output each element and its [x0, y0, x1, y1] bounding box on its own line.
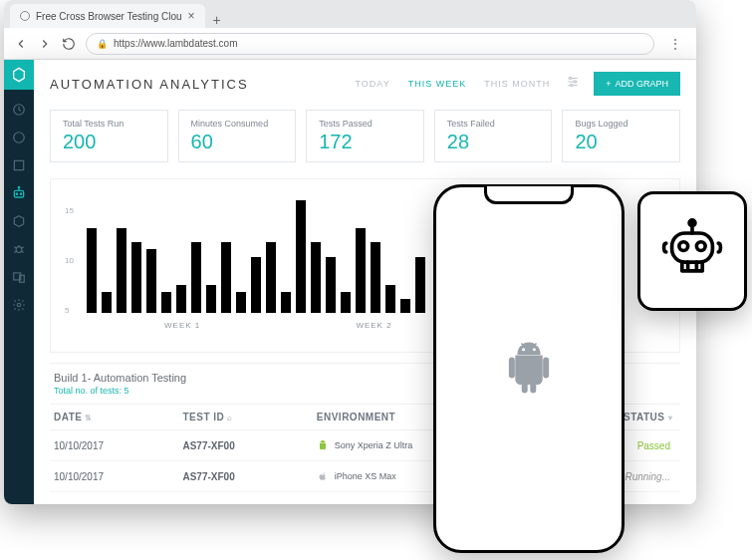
android-icon — [502, 337, 556, 401]
chart-bar — [356, 228, 366, 313]
sidebar-bug-icon[interactable] — [11, 241, 27, 257]
tab-this-week[interactable]: THIS WEEK — [408, 79, 467, 89]
chart-bar — [161, 292, 171, 313]
chart-bar — [251, 257, 261, 313]
search-icon: ⌕ — [227, 414, 233, 422]
apple-icon — [317, 470, 329, 482]
sort-icon: ⇅ — [85, 414, 93, 422]
chart-bar — [206, 285, 216, 313]
card-bugs: Bugs Logged20 — [562, 110, 680, 162]
col-testid[interactable]: TEST ID⌕ — [178, 405, 312, 430]
robot-card — [637, 191, 747, 311]
svg-point-7 — [18, 186, 19, 187]
chart-bar — [146, 249, 156, 313]
phone-notch — [484, 186, 574, 204]
app-logo-icon[interactable] — [4, 60, 34, 90]
svg-point-5 — [20, 193, 21, 194]
x-label: WEEK 1 — [87, 321, 278, 330]
chart-bar — [311, 242, 321, 313]
tab-this-month[interactable]: THIS MONTH — [484, 79, 550, 89]
robot-icon — [657, 214, 727, 288]
card-failed: Tests Failed28 — [434, 110, 553, 162]
svg-point-16 — [574, 81, 576, 83]
metric-cards: Total Tests Run200 Minutes Consumed60 Te… — [50, 110, 680, 162]
url-text: https://www.lambdatest.com — [114, 38, 238, 49]
svg-point-23 — [679, 242, 688, 251]
browser-toolbar: 🔒 https://www.lambdatest.com ⋮ — [4, 28, 696, 60]
back-icon[interactable] — [14, 37, 28, 51]
sidebar-clock-icon[interactable] — [11, 130, 27, 145]
chart-bar — [400, 299, 410, 313]
favicon-icon — [20, 11, 30, 21]
page-title: AUTOMATION ANALYTICS — [50, 77, 249, 92]
phone-mockup — [433, 184, 625, 553]
android-icon — [317, 439, 329, 451]
browser-tab-strip: Free Cross Browser Testing Clou × + — [4, 0, 696, 28]
svg-point-1 — [14, 133, 25, 143]
svg-point-17 — [571, 84, 573, 86]
chart-bar — [176, 285, 186, 313]
y-tick: 10 — [65, 256, 74, 265]
new-tab-button[interactable]: + — [205, 12, 229, 28]
svg-point-15 — [570, 77, 572, 79]
chart-bar — [341, 292, 351, 313]
y-tick: 15 — [65, 206, 74, 215]
chart-bar — [385, 285, 395, 313]
chart-bar — [221, 242, 231, 313]
card-passed: Tests Passed172 — [306, 110, 424, 162]
sidebar-settings-icon[interactable] — [11, 297, 27, 313]
chart-bar — [131, 242, 141, 313]
card-minutes: Minutes Consumed60 — [178, 110, 297, 162]
chart-bar — [415, 257, 425, 313]
svg-rect-2 — [14, 160, 23, 169]
chart-bar — [102, 292, 112, 313]
chart-bar — [281, 292, 291, 313]
svg-point-8 — [16, 247, 22, 253]
y-tick: 5 — [65, 306, 69, 315]
svg-point-24 — [696, 242, 705, 251]
svg-point-4 — [16, 193, 17, 194]
browser-menu-icon[interactable]: ⋮ — [664, 36, 686, 52]
chart-bar — [371, 242, 380, 313]
sidebar-devices-icon[interactable] — [11, 269, 27, 285]
chart-bar — [87, 228, 97, 313]
forward-icon[interactable] — [38, 37, 52, 51]
chart-bar — [191, 242, 201, 313]
address-bar[interactable]: 🔒 https://www.lambdatest.com — [86, 33, 654, 55]
filter-icon[interactable] — [566, 75, 580, 93]
period-tabs: TODAY THIS WEEK THIS MONTH — [356, 79, 551, 89]
sidebar-automation-icon[interactable] — [11, 185, 27, 201]
sidebar-package-icon[interactable] — [11, 213, 27, 229]
add-graph-button[interactable]: +ADD GRAPH — [594, 72, 680, 96]
svg-point-18 — [522, 348, 525, 351]
chart-bar — [266, 242, 276, 313]
filter-icon: ▾ — [668, 414, 673, 422]
chart-bar — [296, 200, 306, 313]
browser-tab[interactable]: Free Cross Browser Testing Clou × — [10, 4, 205, 28]
tab-today[interactable]: TODAY — [356, 79, 390, 89]
chart-bar — [117, 228, 126, 313]
plus-icon: + — [606, 79, 611, 89]
col-date[interactable]: DATE⇅ — [50, 405, 178, 430]
svg-point-11 — [17, 303, 21, 307]
sidebar-dashboard-icon[interactable] — [11, 102, 27, 118]
reload-icon[interactable] — [62, 37, 76, 51]
lock-icon: 🔒 — [97, 39, 108, 49]
svg-point-19 — [533, 348, 536, 351]
card-total-tests: Total Tests Run200 — [50, 110, 168, 162]
sidebar — [4, 60, 34, 504]
close-icon[interactable]: × — [188, 9, 195, 23]
sidebar-grid-icon[interactable] — [11, 157, 27, 173]
tab-title: Free Cross Browser Testing Clou — [36, 11, 182, 22]
chart-bar — [236, 292, 246, 313]
chart-bar — [326, 257, 336, 313]
